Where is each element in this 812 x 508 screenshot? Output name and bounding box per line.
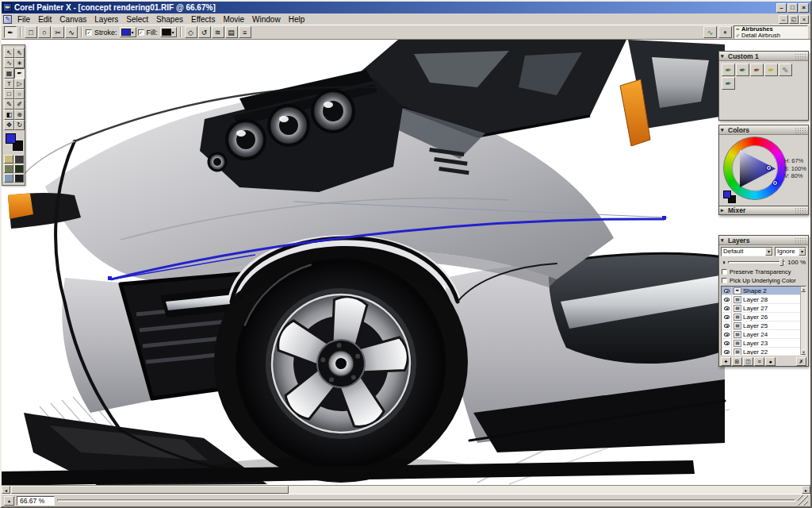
- move-tool[interactable]: ↖: [4, 48, 14, 58]
- doc-restore-button[interactable]: ◱: [789, 15, 799, 24]
- brush-dab-icon[interactable]: ●: [718, 26, 732, 38]
- custom-brush-5[interactable]: ✎: [779, 64, 792, 76]
- palette-grip[interactable]: [795, 207, 806, 214]
- dropper-tool[interactable]: ✐: [14, 99, 25, 110]
- pattern-selector[interactable]: [4, 164, 13, 173]
- draw-freehand-button[interactable]: ◇: [185, 26, 197, 38]
- maximize-button[interactable]: □: [787, 3, 798, 13]
- menu-file[interactable]: File: [13, 14, 34, 25]
- nozzle-selector[interactable]: [14, 174, 24, 183]
- shape-options-button[interactable]: ≡: [239, 26, 251, 38]
- palette-grip[interactable]: [795, 237, 806, 244]
- menu-select[interactable]: Select: [122, 14, 152, 25]
- collapse-arrow-icon[interactable]: ▾: [721, 127, 726, 133]
- collapse-arrow-icon[interactable]: ▾: [721, 237, 726, 244]
- fill-checkbox[interactable]: ✓: [138, 29, 144, 36]
- fill-color-swatch[interactable]: ▾: [160, 27, 177, 37]
- layer-row[interactable]: ▤ Layer 24: [722, 330, 800, 339]
- lasso-tool[interactable]: ∿: [4, 58, 14, 68]
- opacity-slider[interactable]: [728, 261, 785, 264]
- new-layer-button[interactable]: ⊞: [732, 357, 742, 366]
- crop-tool[interactable]: ▦: [4, 68, 14, 79]
- brush-ghost-icon[interactable]: ∿: [703, 26, 717, 38]
- doc-minimize-button[interactable]: –: [779, 15, 788, 24]
- scroll-left-icon[interactable]: ◂: [2, 486, 10, 494]
- zoom-menu-button[interactable]: ▴: [4, 496, 14, 506]
- sv-marker[interactable]: [767, 166, 771, 170]
- palette-grip[interactable]: [795, 127, 806, 133]
- visibility-cell[interactable]: [722, 304, 732, 312]
- layer-row[interactable]: ▤ Layer 27: [722, 304, 800, 313]
- visibility-cell[interactable]: [722, 339, 732, 347]
- menu-canvas[interactable]: Canvas: [56, 14, 90, 25]
- rect-shape-button[interactable]: □: [25, 26, 37, 38]
- new-dynamic-plugin-button[interactable]: ✦: [721, 357, 731, 366]
- scroll-up-icon[interactable]: ▴: [801, 287, 806, 292]
- menu-edit[interactable]: Edit: [34, 14, 56, 25]
- pickup-underlying-color-checkbox[interactable]: [722, 278, 727, 283]
- stroke-checkbox[interactable]: ✓: [86, 29, 92, 36]
- collapse-arrow-icon[interactable]: ▸: [721, 207, 726, 214]
- minimize-button[interactable]: –: [776, 3, 787, 13]
- custom-brush-2[interactable]: ✒: [736, 64, 749, 76]
- layers-palette-header[interactable]: ▾ Layers: [719, 236, 808, 245]
- visibility-cell[interactable]: [722, 330, 732, 338]
- oval-shape-tool[interactable]: ○: [14, 89, 25, 99]
- custom-brush-4[interactable]: ✒: [764, 64, 778, 76]
- freehand-shape-button[interactable]: ∿: [65, 26, 78, 38]
- horizontal-scrollbar-thumb[interactable]: [11, 486, 289, 494]
- align-button[interactable]: ▤: [225, 26, 238, 38]
- shape-selection-tool[interactable]: ▷: [14, 79, 25, 89]
- pen-tool[interactable]: ✒: [14, 68, 25, 79]
- layer-row[interactable]: ▤ Layer 28: [722, 295, 800, 304]
- primary-color-swatch[interactable]: [723, 190, 731, 198]
- look-selector[interactable]: [4, 174, 13, 183]
- layer-row[interactable]: ✒ Shape 2: [722, 287, 800, 295]
- delete-layer-button[interactable]: ✗: [796, 357, 806, 366]
- scroll-down-icon[interactable]: ▾: [801, 349, 806, 355]
- zoom-level-field[interactable]: 66.67 %: [17, 496, 55, 506]
- rect-shape-tool[interactable]: □: [4, 89, 14, 99]
- layer-list-scrollbar[interactable]: ▴ ▾: [800, 287, 806, 355]
- layer-row[interactable]: ▤ Layer 25: [722, 321, 800, 330]
- mixer-palette-header[interactable]: ▸ Mixer: [718, 206, 809, 215]
- layer-row[interactable]: ▤ Layer 23: [722, 339, 800, 348]
- text-tool[interactable]: T: [4, 79, 14, 89]
- document-canvas[interactable]: [2, 40, 810, 485]
- draw-bezier-button[interactable]: ↺: [198, 26, 211, 38]
- rotate-page-tool[interactable]: ↻: [14, 120, 25, 130]
- stroke-color-swatch[interactable]: ▾: [120, 27, 136, 37]
- layer-row[interactable]: ▤ Layer 22: [722, 348, 800, 356]
- composite-method-dropdown[interactable]: Default ▾: [721, 247, 773, 256]
- resize-grip[interactable]: [798, 495, 808, 506]
- horizontal-scrollbar[interactable]: ◂ ▸: [2, 485, 810, 494]
- custom-brush-6[interactable]: ✒: [722, 77, 735, 90]
- visibility-cell[interactable]: [722, 321, 732, 329]
- colors-palette-header[interactable]: ▾ Colors: [719, 125, 808, 135]
- opacity-slider-thumb[interactable]: [779, 259, 783, 266]
- visibility-cell[interactable]: [722, 348, 732, 356]
- magic-wand-tool[interactable]: ∗: [14, 58, 25, 68]
- paint-bucket-tool[interactable]: ◧: [4, 110, 14, 120]
- current-tool-indicator[interactable]: ✒: [4, 26, 17, 38]
- layer-row[interactable]: ▤ Layer 26: [722, 313, 800, 321]
- new-layer-mask-button[interactable]: ◫: [743, 357, 753, 366]
- titlebar[interactable]: ✒ Corel Painter X - [concept rendering01…: [2, 2, 810, 13]
- collapse-arrow-icon[interactable]: ▾: [721, 53, 726, 60]
- visibility-cell[interactable]: [722, 295, 732, 303]
- shape-edit-button[interactable]: ≋: [212, 26, 224, 38]
- lock-layer-button[interactable]: ●: [765, 357, 776, 366]
- layer-commands-button[interactable]: ≡: [754, 357, 764, 366]
- visibility-cell[interactable]: [722, 313, 732, 321]
- visibility-cell[interactable]: [722, 287, 732, 294]
- custom-brush-3[interactable]: ✒: [750, 64, 764, 76]
- menu-shapes[interactable]: Shapes: [152, 14, 187, 25]
- scissors-button[interactable]: ✂: [52, 26, 64, 38]
- brush-tool[interactable]: ✎: [4, 99, 14, 110]
- custom-palette-header[interactable]: ▾ Custom 1: [719, 52, 808, 61]
- chevron-down-icon[interactable]: ▾: [799, 248, 806, 256]
- primary-color-swatch[interactable]: [6, 133, 16, 144]
- layer-adjuster-tool[interactable]: ⇖: [14, 48, 25, 58]
- menu-effects[interactable]: Effects: [187, 14, 219, 25]
- menu-layers[interactable]: Layers: [90, 14, 122, 25]
